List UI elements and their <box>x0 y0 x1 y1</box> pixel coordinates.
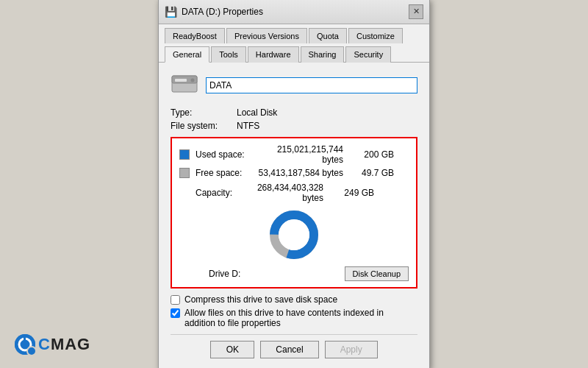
dialog-body: Type: Local Disk File system: NTFS Used … <box>159 63 429 369</box>
drive-name-section <box>171 71 417 100</box>
tab-previous-versions[interactable]: Previous Versions <box>226 28 307 43</box>
ok-button[interactable]: OK <box>210 341 254 358</box>
free-gb: 49.7 GB <box>354 168 394 178</box>
free-label: Free space: <box>196 168 254 178</box>
checkboxes-section: Compress this drive to save disk space A… <box>171 294 417 328</box>
fs-label: File system: <box>171 121 237 131</box>
tabs-row1: ReadyBoost Previous Versions Quota Custo… <box>159 24 429 43</box>
tab-quota[interactable]: Quota <box>309 28 347 43</box>
type-row: Type: Local Disk <box>171 107 417 118</box>
title-bar: 💾 DATA (D:) Properties ✕ <box>159 0 429 24</box>
disk-cleanup-button[interactable]: Disk Cleanup <box>345 266 409 281</box>
free-space-row: Free space: 53,413,187,584 bytes 49.7 GB <box>179 168 409 178</box>
capacity-bytes: 268,434,403,328 bytes <box>234 183 334 203</box>
window-title: DATA (D:) Properties <box>182 7 263 17</box>
close-button[interactable]: ✕ <box>409 4 423 19</box>
cancel-button[interactable]: Cancel <box>260 341 318 358</box>
tabs-row2: General Tools Hardware Sharing Security <box>159 43 429 62</box>
drive-disk-icon <box>171 71 198 100</box>
used-gb: 200 GB <box>354 149 394 160</box>
free-swatch <box>179 168 190 178</box>
svg-rect-2 <box>175 79 187 82</box>
drive-d-label: Drive D: <box>209 269 240 279</box>
capacity-label: Capacity: <box>179 188 234 198</box>
capacity-row: Capacity: 268,434,403,328 bytes 249 GB <box>179 183 409 203</box>
tab-sharing[interactable]: Sharing <box>301 46 345 63</box>
used-bytes: 215,021,215,744 bytes <box>254 144 354 165</box>
index-label[interactable]: Allow files on this drive to have conten… <box>184 308 405 328</box>
free-bytes: 53,413,187,584 bytes <box>254 168 354 178</box>
svg-point-10 <box>29 348 33 353</box>
compress-label[interactable]: Compress this drive to save disk space <box>184 294 337 305</box>
tab-readyboost[interactable]: ReadyBoost <box>165 28 225 43</box>
svg-point-3 <box>191 78 195 82</box>
drive-cleanup-row: Drive D: Disk Cleanup <box>179 266 409 281</box>
used-swatch <box>179 149 190 160</box>
used-label: Used space: <box>196 149 254 160</box>
compress-checkbox[interactable] <box>171 295 180 305</box>
drive-name-input[interactable] <box>206 77 417 93</box>
type-label: Type: <box>171 107 237 118</box>
title-bar-left: 💾 DATA (D:) Properties <box>165 6 263 18</box>
svg-point-9 <box>27 347 35 354</box>
storage-box: Used space: 215,021,215,744 bytes 200 GB… <box>171 137 417 289</box>
fs-value: NTFS <box>237 121 259 131</box>
donut-chart <box>179 209 409 261</box>
tab-security[interactable]: Security <box>345 46 391 63</box>
compress-row: Compress this drive to save disk space <box>171 294 417 305</box>
tabs-container: ReadyBoost Previous Versions Quota Custo… <box>159 24 429 63</box>
tab-customize[interactable]: Customize <box>348 28 403 43</box>
used-space-row: Used space: 215,021,215,744 bytes 200 GB <box>179 144 409 165</box>
tab-hardware[interactable]: Hardware <box>248 46 299 63</box>
pmag-logo: CMAG <box>15 334 90 355</box>
index-row: Allow files on this drive to have conten… <box>171 308 417 328</box>
index-checkbox[interactable] <box>171 308 180 318</box>
tab-tools[interactable]: Tools <box>211 46 246 63</box>
properties-dialog: 💾 DATA (D:) Properties ✕ ReadyBoost Prev… <box>158 0 430 368</box>
svg-rect-11 <box>24 337 26 344</box>
fs-row: File system: NTFS <box>171 121 417 131</box>
tab-general[interactable]: General <box>165 46 209 63</box>
type-value: Local Disk <box>237 107 277 118</box>
buttons-row: OK Cancel Apply <box>171 334 417 363</box>
svg-point-6 <box>279 219 309 250</box>
drive-icon-title: 💾 <box>165 6 177 18</box>
pmag-circle-icon <box>15 334 35 355</box>
capacity-gb: 249 GB <box>334 188 374 198</box>
apply-button[interactable]: Apply <box>325 341 378 358</box>
pmag-text: CMAG <box>38 335 90 354</box>
